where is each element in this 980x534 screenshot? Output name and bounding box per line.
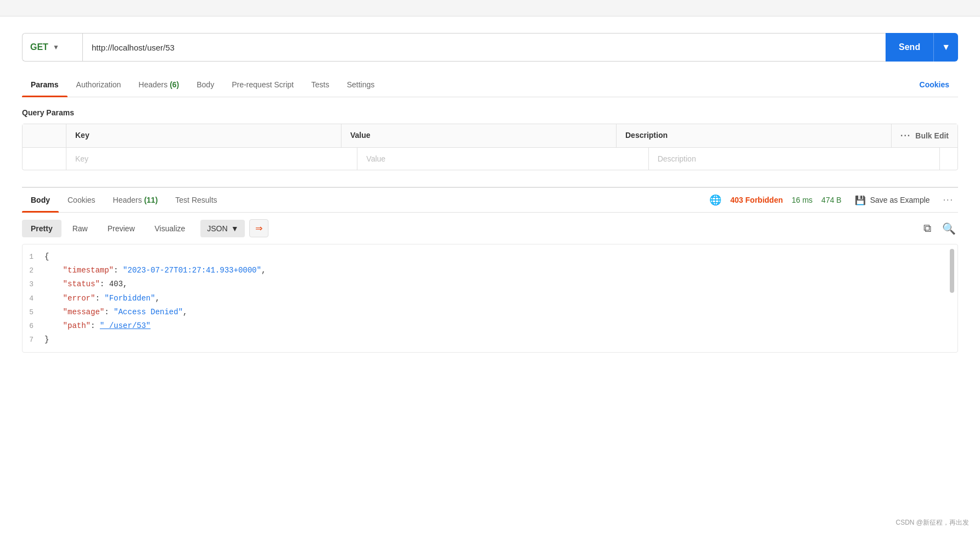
col-description-header: Description xyxy=(617,124,892,147)
code-line-7: 7 } xyxy=(23,333,957,347)
json-format-select[interactable]: JSON ▼ xyxy=(200,220,245,237)
format-tab-preview[interactable]: Preview xyxy=(99,220,144,237)
line-num-1: 1 xyxy=(23,251,44,263)
tab-settings[interactable]: Settings xyxy=(338,73,384,97)
url-input-wrapper xyxy=(83,33,886,62)
params-table-empty-row: Key Value Description xyxy=(23,148,957,170)
code-line-6-content: "path": " /user/53" xyxy=(44,319,150,333)
code-line-3-content: "status": 403, xyxy=(44,277,127,291)
code-line-3: 3 "status": 403, xyxy=(23,277,957,291)
url-bar: GET ▼ Send ▼ xyxy=(22,33,958,62)
line-num-5: 5 xyxy=(23,306,44,319)
response-time: 16 ms xyxy=(792,196,813,204)
json-format-label: JSON xyxy=(207,224,227,233)
method-chevron-icon: ▼ xyxy=(53,43,59,51)
line-num-2: 2 xyxy=(23,264,44,277)
body-format-tabs: Pretty Raw Preview Visualize JSON ▼ ⇒ ⧉ … xyxy=(22,213,958,244)
row-actions xyxy=(940,148,957,170)
bulk-edit-label[interactable]: Bulk Edit xyxy=(915,131,949,140)
response-headers-badge: (11) xyxy=(144,196,158,204)
method-label: GET xyxy=(30,42,48,52)
tab-tests[interactable]: Tests xyxy=(303,73,338,97)
col-checkbox-header xyxy=(23,124,66,147)
globe-icon: 🌐 xyxy=(709,194,721,206)
tab-cookies-link[interactable]: Cookies xyxy=(911,73,958,97)
line-num-7: 7 xyxy=(23,333,44,346)
params-table: Key Value Description ··· Bulk Edit Key … xyxy=(22,124,958,170)
tab-authorization[interactable]: Authorization xyxy=(68,73,130,97)
response-section: Body Cookies Headers (11) Test Results 🌐… xyxy=(22,187,958,353)
headers-badge: (6) xyxy=(170,80,179,89)
line-num-3: 3 xyxy=(23,278,44,291)
code-line-4: 4 "error": "Forbidden", xyxy=(23,292,957,305)
save-example-button[interactable]: 💾 Save as Example xyxy=(850,193,934,208)
params-table-header: Key Value Description ··· Bulk Edit xyxy=(23,124,957,148)
response-tab-cookies[interactable]: Cookies xyxy=(59,188,104,212)
scrollbar-thumb xyxy=(950,249,954,293)
tab-headers[interactable]: Headers (6) xyxy=(130,73,188,97)
wrap-button[interactable]: ⇒ xyxy=(249,219,268,237)
code-line-5-content: "message": "Access Denied", xyxy=(44,305,187,319)
format-tab-raw[interactable]: Raw xyxy=(64,220,97,237)
code-brace-open: { xyxy=(44,250,49,264)
format-tab-pretty[interactable]: Pretty xyxy=(22,220,61,237)
save-example-label: Save as Example xyxy=(870,196,930,204)
method-select[interactable]: GET ▼ xyxy=(22,33,82,62)
response-tab-body[interactable]: Body xyxy=(22,188,59,212)
request-tabs: Params Authorization Headers (6) Body Pr… xyxy=(22,73,958,97)
copy-button[interactable]: ⧉ xyxy=(921,220,933,237)
response-tabs: Body Cookies Headers (11) Test Results 🌐… xyxy=(22,188,958,213)
row-description-input[interactable]: Description xyxy=(649,148,940,170)
copy-icon: ⧉ xyxy=(923,222,931,234)
code-line-1: 1 { xyxy=(23,250,957,264)
save-icon: 💾 xyxy=(855,195,866,205)
code-brace-close: } xyxy=(44,333,49,347)
response-tab-test-results[interactable]: Test Results xyxy=(166,188,226,212)
wrap-icon: ⇒ xyxy=(255,224,262,233)
more-dots-icon: ··· xyxy=(900,131,911,141)
response-status-area: 🌐 403 Forbidden 16 ms 474 B 💾 Save as Ex… xyxy=(709,193,958,208)
send-button[interactable]: Send xyxy=(886,33,933,62)
code-block: 1 { 2 "timestamp": "2023-07-27T01:27:41.… xyxy=(23,244,957,352)
json-format-chevron-icon: ▼ xyxy=(231,224,239,233)
scrollbar[interactable] xyxy=(950,244,955,352)
line-num-6: 6 xyxy=(23,320,44,332)
col-value-header: Value xyxy=(341,124,617,147)
tab-pre-request-script[interactable]: Pre-request Script xyxy=(223,73,303,97)
action-icons: ⧉ 🔍 xyxy=(921,220,958,237)
watermark: CSDN @新征程，再出发 xyxy=(895,518,969,527)
response-tab-headers[interactable]: Headers (11) xyxy=(104,188,167,212)
code-line-5: 5 "message": "Access Denied", xyxy=(23,305,957,319)
query-params-title: Query Params xyxy=(22,97,958,124)
top-bar xyxy=(0,0,980,16)
url-input[interactable] xyxy=(83,43,886,52)
row-key-input[interactable]: Key xyxy=(66,148,357,170)
response-size: 474 B xyxy=(821,196,842,204)
code-line-4-content: "error": "Forbidden", xyxy=(44,292,160,305)
tab-body[interactable]: Body xyxy=(188,73,223,97)
line-num-4: 4 xyxy=(23,292,44,305)
code-line-2: 2 "timestamp": "2023-07-27T01:27:41.933+… xyxy=(23,264,957,277)
format-tab-visualize[interactable]: Visualize xyxy=(146,220,194,237)
col-key-header: Key xyxy=(66,124,341,147)
code-line-6: 6 "path": " /user/53" xyxy=(23,319,957,333)
code-area-wrapper: 1 { 2 "timestamp": "2023-07-27T01:27:41.… xyxy=(22,244,958,353)
more-options-icon[interactable]: ··· xyxy=(943,195,954,205)
row-value-input[interactable]: Value xyxy=(357,148,648,170)
bulk-edit-area: ··· Bulk Edit xyxy=(892,124,957,147)
response-status: 403 Forbidden xyxy=(730,196,783,204)
tab-params[interactable]: Params xyxy=(22,73,68,97)
send-dropdown-button[interactable]: ▼ xyxy=(933,33,958,62)
search-icon: 🔍 xyxy=(942,222,956,235)
row-checkbox xyxy=(23,148,66,170)
search-button[interactable]: 🔍 xyxy=(940,220,958,237)
code-line-2-content: "timestamp": "2023-07-27T01:27:41.933+00… xyxy=(44,264,266,277)
